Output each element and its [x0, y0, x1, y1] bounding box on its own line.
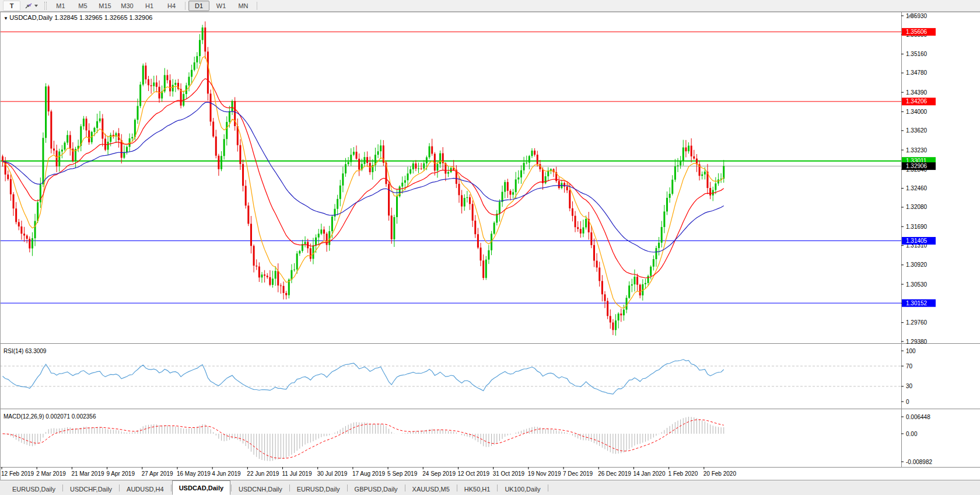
svg-text:1.34206: 1.34206 [906, 98, 928, 104]
date-axis-label: 20 Feb 2020 [704, 470, 737, 477]
timeframe-button-mn[interactable]: MN [233, 1, 254, 11]
date-axis-label: 14 Jan 2020 [633, 470, 665, 477]
chart-tab-usdchf-daily[interactable]: USDCHF,Daily [64, 483, 118, 495]
svg-text:1.32906: 1.32906 [906, 163, 928, 169]
timeframe-button-m1[interactable]: M1 [50, 1, 71, 11]
macd-label: MACD(12,26,9) 0.002071 0.002356 [4, 413, 96, 420]
price-axis-label: 1.34000 [906, 109, 928, 115]
svg-text:1.30152: 1.30152 [906, 300, 928, 306]
price-level-badge: 1.30152 [902, 299, 936, 307]
rsi-axis-label: 70 [906, 363, 913, 369]
date-axis-label: 1 Feb 2020 [668, 470, 698, 477]
price-level-badge: 1.31405 [902, 237, 936, 245]
rsi-label: RSI(14) 63.3009 [4, 348, 47, 354]
toolbar-separator [185, 2, 186, 10]
text-tool-button[interactable]: T [3, 1, 20, 11]
price-axis-label: 1.34780 [906, 69, 928, 76]
text-tool-icon: T [10, 2, 14, 9]
timeframe-button-group: M1M5M15M30H1H4D1W1MN [50, 1, 260, 11]
price-axis-label: 1.29760 [906, 319, 928, 326]
macd-axis-label: 0.00 [906, 431, 918, 437]
timeframe-button-h4[interactable]: H4 [161, 1, 182, 11]
toolbar-grip[interactable] [44, 2, 47, 10]
date-axis-label: 21 Mar 2019 [71, 470, 104, 477]
chart-tab-usdcnh-daily[interactable]: USDCNH,Daily [232, 483, 289, 495]
rsi-axis-label: 30 [906, 383, 913, 389]
price-axis-label: 1.30920 [906, 262, 928, 268]
timeframe-button-m15[interactable]: M15 [94, 1, 116, 11]
chart-tab-bar: EURUSD,DailyUSDCHF,DailyAUDUSD,H4USDCAD,… [0, 480, 980, 495]
date-axis-label: 22 Jun 2019 [247, 470, 279, 477]
price-axis-label: 1.30530 [906, 281, 928, 288]
tab-separator [231, 484, 232, 491]
price-axis-label: 1.32460 [906, 185, 928, 191]
date-axis-label: 12 Oct 2019 [457, 470, 489, 477]
tab-separator [405, 484, 405, 491]
chart-tab-eurusd-daily[interactable]: EURUSD,Daily [6, 483, 62, 495]
date-axis-label: 17 Aug 2019 [352, 470, 386, 477]
chart-tab-audusd-h4[interactable]: AUDUSD,H4 [120, 483, 170, 495]
chart-canvas[interactable]: 1.359301.355501.351601.347801.343901.340… [0, 12, 980, 480]
tab-separator [347, 484, 348, 491]
date-axis-label: 12 Feb 2019 [1, 470, 34, 477]
timeframe-button-d1[interactable]: D1 [188, 1, 209, 11]
date-axis-label: 19 Nov 2019 [528, 470, 561, 477]
price-axis-label: 1.33230 [906, 147, 928, 154]
arrows-tool-icon [24, 2, 33, 9]
chart-tab-gbpusd-daily[interactable]: GBPUSD,Daily [348, 483, 404, 495]
date-axis-label: 30 Jul 2019 [317, 470, 348, 477]
price-axis-label: 1.35160 [906, 51, 928, 57]
date-axis-label: 27 Apr 2019 [142, 470, 173, 477]
price-axis-label: 1.31690 [906, 224, 928, 230]
chart-tab-usdcad-daily[interactable]: USDCAD,Daily [172, 480, 230, 495]
top-toolbar: T M1M5M15M30H1H4D1W1MN [0, 0, 980, 12]
chart-background [0, 12, 980, 480]
rsi-axis-label: 100 [906, 348, 916, 354]
timeframe-button-m5[interactable]: M5 [72, 1, 93, 11]
macd-axis-label: -0.008982 [906, 459, 932, 465]
tab-separator [548, 484, 548, 491]
price-axis-label: 1.32080 [906, 204, 928, 210]
tab-separator [289, 484, 290, 491]
svg-text:1.35606: 1.35606 [906, 29, 928, 35]
date-axis-label: 26 Dec 2019 [598, 470, 631, 477]
tab-separator [457, 484, 457, 491]
timeframe-button-m30[interactable]: M30 [117, 1, 138, 11]
chart-tab-xauusd-m5[interactable]: XAUUSD,M5 [406, 483, 456, 495]
timeframe-button-w1[interactable]: W1 [211, 1, 232, 11]
price-level-badge: 1.32906 [902, 162, 936, 170]
date-axis-label: 31 Oct 2019 [493, 470, 525, 477]
price-axis-label: 1.33620 [906, 127, 928, 134]
date-axis-label: 11 Jul 2019 [282, 470, 312, 477]
price-level-badge: 1.35606 [902, 28, 936, 36]
date-axis-label: 16 May 2019 [177, 470, 211, 477]
price-level-badge: 1.34206 [902, 97, 936, 105]
tab-separator [171, 484, 172, 491]
arrows-tool-button[interactable] [22, 1, 41, 11]
macd-axis-label: 0.006448 [906, 414, 930, 420]
price-axis-label: 1.34390 [906, 89, 928, 96]
tab-separator [497, 484, 498, 491]
toolbar-separator [257, 2, 257, 10]
chart-tab-uk100-daily[interactable]: UK100,Daily [498, 483, 547, 495]
date-axis-label: 7 Dec 2019 [563, 470, 593, 477]
chart-tab-eurusd-daily[interactable]: EURUSD,Daily [290, 483, 346, 495]
chart-tab-hk50-h1[interactable]: HK50,H1 [458, 483, 497, 495]
timeframe-button-h1[interactable]: H1 [139, 1, 160, 11]
svg-text:1.31405: 1.31405 [906, 238, 928, 244]
mt4-window: T M1M5M15M30H1H4D1W1MN 1.359301.355501.3… [0, 0, 980, 495]
date-axis-label: 5 Sep 2019 [387, 470, 418, 477]
tab-separator [62, 484, 63, 491]
price-axis-label: 1.29380 [906, 339, 928, 345]
date-axis-label: 2 Mar 2019 [36, 470, 66, 477]
date-axis-label: 24 Sep 2019 [422, 470, 456, 477]
dropdown-caret-icon [34, 5, 38, 7]
tab-separator [119, 484, 120, 491]
date-axis-label: 9 Apr 2019 [107, 470, 135, 477]
date-axis-label: 4 Jun 2019 [212, 470, 241, 477]
chart-title: ▼ USDCAD,Daily 1.32845 1.32965 1.32665 1… [4, 14, 152, 21]
rsi-axis-label: 0 [906, 399, 909, 405]
symbol-dropdown-icon[interactable]: ▼ [4, 16, 9, 21]
